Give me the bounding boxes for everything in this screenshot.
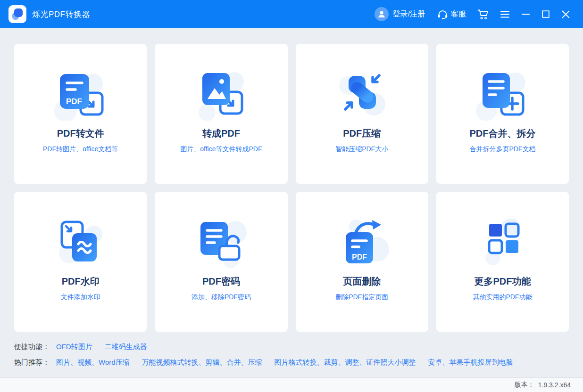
card-subtitle: 删除PDF指定页面	[335, 293, 388, 302]
card-subtitle: 文件添加水印	[61, 293, 100, 302]
card-pdf-merge-split[interactable]: PDF合并、拆分 合并拆分多页PDF文档	[436, 44, 569, 184]
close-button[interactable]	[562, 10, 570, 18]
page-delete-icon: PDF	[333, 219, 390, 269]
card-title: PDF转文件	[57, 127, 104, 140]
card-title: PDF合并、拆分	[469, 127, 535, 140]
card-subtitle: 图片、office等文件转成PDF	[180, 145, 262, 154]
login-register-button[interactable]: 登录/注册	[393, 9, 425, 19]
card-title: 页面删除	[343, 275, 381, 288]
card-to-pdf[interactable]: 转成PDF 图片、office等文件转成PDF	[155, 44, 287, 184]
maximize-icon	[542, 10, 550, 18]
card-subtitle: 智能压缩PDF大小	[335, 145, 388, 154]
feature-card-grid: PDF PDF转文件 PDF转图片、office文档等 转成PDF 图片、off…	[14, 44, 569, 332]
app-logo-p-icon	[8, 5, 26, 23]
cart-button[interactable]	[477, 9, 489, 20]
headset-icon	[437, 9, 448, 19]
card-pdf-password[interactable]: PDF密码 添加、移除PDF密码	[155, 192, 287, 332]
link-ofd-to-image[interactable]: OFD转图片	[56, 343, 92, 351]
quick-features-label: 便捷功能：	[14, 343, 50, 351]
card-title: 转成PDF	[202, 127, 240, 140]
card-subtitle: 合并拆分多页PDF文档	[469, 145, 535, 154]
menu-icon	[500, 11, 509, 18]
maximize-button[interactable]	[542, 10, 550, 18]
card-pdf-to-file[interactable]: PDF PDF转文件 PDF转图片、office文档等	[14, 44, 147, 184]
pdf-compress-icon	[333, 71, 390, 121]
card-pdf-compress[interactable]: PDF压缩 智能压缩PDF大小	[296, 44, 428, 184]
card-page-delete[interactable]: PDF 页面删除 删除PDF指定页面	[296, 192, 428, 332]
version-value: 1.9.3.2.x64	[538, 381, 571, 389]
card-title: PDF水印	[62, 275, 100, 288]
link-image-video-word-compress[interactable]: 图片、视频、Word压缩	[56, 358, 130, 367]
title-bar: 烁光PDF转换器 登录/注册 客服	[0, 0, 583, 28]
hot-recommendations-label: 热门推荐：	[14, 358, 50, 367]
version-label: 版本：	[515, 381, 534, 389]
pdf-watermark-icon	[52, 219, 109, 269]
status-bar: 版本： 1.9.3.2.x64	[0, 377, 583, 392]
svg-text:PDF: PDF	[352, 253, 367, 261]
card-title: PDF密码	[202, 275, 240, 288]
card-title: 更多PDF功能	[474, 275, 531, 288]
pdf-merge-split-icon	[474, 71, 531, 121]
customer-service-label: 客服	[451, 9, 466, 19]
card-subtitle: PDF转图片、office文档等	[43, 145, 118, 154]
svg-text:PDF: PDF	[66, 97, 82, 106]
link-image-tools[interactable]: 图片格式转换、裁剪、调整、证件照大小调整	[275, 358, 416, 367]
minimize-icon	[522, 10, 530, 18]
menu-button[interactable]	[500, 11, 509, 18]
pdf-password-icon	[193, 219, 250, 269]
card-title: PDF压缩	[343, 127, 381, 140]
main-content: PDF PDF转文件 PDF转图片、office文档等 转成PDF 图片、off…	[0, 28, 583, 332]
card-subtitle: 其他实用的PDF功能	[473, 293, 532, 302]
card-subtitle: 添加、移除PDF密码	[192, 293, 251, 302]
link-video-tools[interactable]: 万能视频格式转换、剪辑、合并、压缩	[142, 358, 262, 367]
quick-features-row: 便捷功能： OFD转图片 二维码生成器	[14, 343, 583, 351]
avatar-user-icon[interactable]	[375, 7, 389, 21]
close-icon	[562, 10, 570, 18]
cart-icon	[477, 9, 489, 20]
app-title: 烁光PDF转换器	[32, 9, 90, 20]
link-qrcode-generator[interactable]: 二维码生成器	[105, 343, 147, 351]
more-functions-icon	[474, 219, 531, 269]
to-pdf-icon	[193, 71, 250, 121]
hot-recommendations-row: 热门推荐： 图片、视频、Word压缩 万能视频格式转换、剪辑、合并、压缩 图片格…	[14, 358, 583, 367]
pdf-to-file-icon: PDF	[52, 71, 109, 121]
customer-service-button[interactable]: 客服	[437, 9, 466, 19]
link-phone-screen-cast[interactable]: 安卓、苹果手机投屏到电脑	[428, 358, 513, 367]
minimize-button[interactable]	[522, 10, 530, 18]
card-pdf-watermark[interactable]: PDF水印 文件添加水印	[14, 192, 147, 332]
card-more-functions[interactable]: 更多PDF功能 其他实用的PDF功能	[436, 192, 569, 332]
